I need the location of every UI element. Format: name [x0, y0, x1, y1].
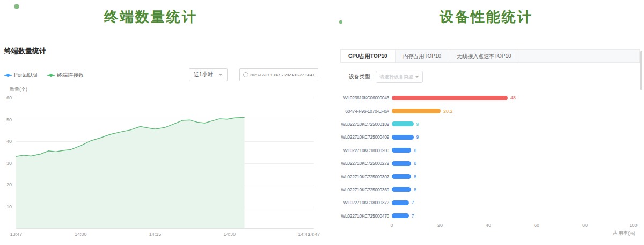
bar-x-axis: 020406080100 — [392, 222, 633, 229]
y-tick-label: 50 — [6, 117, 12, 122]
x-tick-label: 80 — [582, 222, 588, 228]
bar-row: WL022710KC7250003698 — [338, 183, 644, 196]
bar[interactable] — [392, 135, 414, 140]
x-tick-label: 100 — [629, 222, 637, 228]
y-tick-label: 20 — [6, 182, 12, 188]
y-axis-ticks: 102030405060 — [0, 98, 13, 228]
bar-value-label: 8 — [414, 161, 416, 166]
device-name-label: WL022710KC725000307 — [338, 174, 389, 179]
bar-row: WL022710KC180002808 — [338, 144, 644, 157]
clock-icon — [243, 72, 248, 77]
bar-row: WL022710KC7250004707 — [338, 210, 644, 222]
bar-x-axis-title: 占用率(%) — [613, 230, 635, 237]
bar[interactable] — [392, 109, 441, 113]
decoration-mark-icon — [339, 20, 342, 24]
bar-row: WL023610KC0600004348 — [338, 91, 644, 104]
bar-value-label: 7 — [412, 213, 414, 219]
page-title-right: 设备性能统计 — [338, 0, 644, 26]
device-type-filter: 设备类型 请选择设备类型 — [349, 71, 423, 83]
bar-track: 9 — [392, 134, 633, 140]
device-name-label: WL022710KC725000409 — [338, 134, 389, 140]
decoration-mark-icon — [14, 4, 19, 9]
scrollbar[interactable] — [640, 51, 642, 90]
bar-track: 9 — [392, 121, 633, 127]
x-tick-label: 13:47 — [10, 232, 23, 237]
bar-value-label: 20.2 — [443, 109, 453, 114]
date-range-picker[interactable]: 2023-12-27 13:47 - 2023-12-27 14:47 — [239, 68, 318, 81]
bar-track: 8 — [392, 148, 633, 153]
legend-marker-icon — [47, 75, 55, 76]
bar-row: WL022710KC7250004099 — [338, 131, 644, 143]
bar[interactable] — [392, 174, 411, 179]
y-tick-label: 40 — [6, 139, 12, 144]
time-range-select[interactable]: 近1小时 — [189, 68, 228, 81]
bar-value-label: 48 — [510, 95, 516, 100]
x-tick-label: 14:00 — [75, 232, 87, 237]
bar-track: 20.2 — [392, 109, 633, 114]
legend-marker-icon — [4, 75, 12, 76]
page-title-left: 终端数量统计 — [0, 0, 322, 26]
bar[interactable] — [392, 213, 409, 218]
legend-item[interactable]: 终端连接数 — [47, 71, 84, 79]
performance-tabs: CPU占用TOP10内存占用TOP10无线接入点速率TOP10 — [340, 49, 640, 63]
tab-2[interactable]: 内存占用TOP10 — [396, 50, 450, 62]
y-tick-label: 60 — [6, 95, 12, 100]
legend-item[interactable]: Portal认证 — [4, 71, 39, 79]
bar-track: 48 — [392, 95, 633, 100]
x-tick-label: 14:15 — [149, 232, 162, 237]
x-axis-line — [16, 228, 314, 229]
x-tick-label: 20 — [437, 222, 443, 228]
device-name-label: WL022710KC725000102 — [338, 121, 389, 127]
tab-3[interactable]: 无线接入点速率TOP10 — [449, 50, 519, 62]
bar-value-label: 8 — [414, 148, 416, 153]
x-axis-ticks: 13:4714:0014:1514:3014:4514:47 — [16, 232, 314, 238]
y-axis-label: 数量(个) — [10, 86, 27, 93]
x-tick-label: 60 — [534, 222, 539, 228]
date-end: 2023-12-27 14:47 — [284, 73, 314, 77]
device-name-label: WL022710KC725000272 — [338, 161, 389, 166]
chevron-down-icon — [415, 76, 419, 78]
device-name-label: 6047-FF96-1070-EF0A — [338, 109, 389, 114]
device-name-label: WL023610KC06000043 — [338, 95, 389, 100]
select-placeholder: 请选择设备类型 — [379, 74, 413, 81]
bar-row: WL022710KC7250002728 — [338, 157, 644, 170]
legend-dot-icon — [6, 74, 10, 77]
date-separator: - — [282, 73, 283, 77]
x-tick-label: 0 — [390, 222, 393, 228]
area-chart[interactable] — [16, 98, 314, 228]
bar-value-label: 8 — [414, 174, 416, 179]
bar-row: WL022710KC180003727 — [338, 196, 644, 209]
legend-label: Portal认证 — [14, 71, 39, 79]
card-title: 终端数量统计 — [4, 46, 46, 56]
bar[interactable] — [392, 96, 508, 100]
date-start: 2023-12-27 13:47 — [250, 73, 280, 77]
x-tick-label: 14:30 — [223, 232, 236, 237]
bar-row: 6047-FF96-1070-EF0A20.2 — [338, 104, 644, 117]
tab-1[interactable]: CPU占用TOP10 — [341, 50, 396, 62]
bar[interactable] — [392, 200, 409, 205]
area-fill — [16, 118, 245, 229]
bar-value-label: 9 — [416, 121, 419, 127]
bar[interactable] — [392, 187, 411, 192]
bar-track: 8 — [392, 174, 633, 179]
chevron-down-icon — [218, 74, 223, 76]
bar-track: 7 — [392, 200, 633, 205]
device-name-label: WL022710KC18000372 — [338, 200, 389, 205]
legend-dot-icon — [49, 74, 53, 77]
bar-row: WL022710KC7250001029 — [338, 118, 644, 131]
bar-value-label: 9 — [416, 134, 419, 140]
bar-row: WL022710KC7250003078 — [338, 170, 644, 183]
time-range-value: 近1小时 — [194, 71, 213, 78]
legend-label: 终端连接数 — [57, 71, 84, 79]
bar[interactable] — [392, 121, 414, 126]
y-tick-label: 30 — [6, 161, 12, 166]
device-type-select[interactable]: 请选择设备类型 — [376, 71, 423, 83]
device-name-label: WL022710KC18000280 — [338, 148, 389, 153]
bar-value-label: 8 — [414, 187, 416, 192]
bar-track: 8 — [392, 161, 633, 166]
device-name-label: WL022710KC725000470 — [338, 213, 389, 219]
bar-track: 7 — [392, 213, 633, 219]
x-tick-label: 40 — [486, 222, 491, 228]
bar[interactable] — [392, 148, 411, 153]
bar[interactable] — [392, 161, 411, 166]
